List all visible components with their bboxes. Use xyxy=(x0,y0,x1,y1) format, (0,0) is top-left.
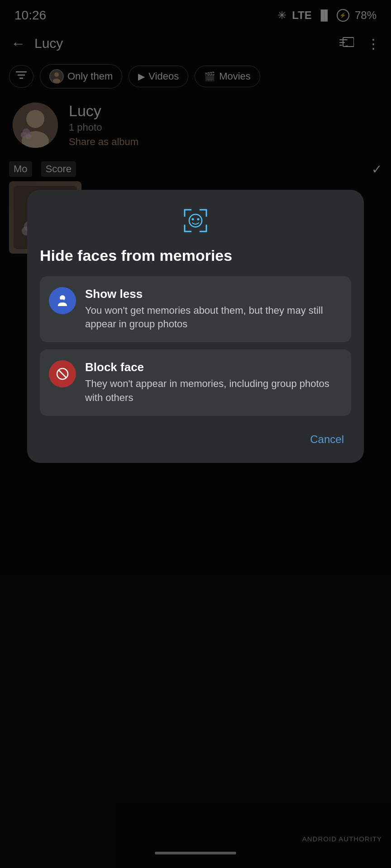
dialog-icon-row xyxy=(40,206,351,237)
face-detect-icon xyxy=(181,206,210,237)
show-less-content: Show less You won't get memories about t… xyxy=(85,287,342,332)
block-face-option[interactable]: Block face They won't appear in memories… xyxy=(40,349,351,416)
show-less-description: You won't get memories about them, but t… xyxy=(85,304,342,332)
svg-rect-27 xyxy=(59,299,64,301)
show-less-icon xyxy=(49,287,76,314)
svg-point-24 xyxy=(192,218,194,221)
svg-point-25 xyxy=(197,218,200,221)
block-face-content: Block face They won't appear in memories… xyxy=(85,360,342,405)
block-face-icon xyxy=(49,360,76,387)
block-face-description: They won't appear in memories, including… xyxy=(85,377,342,405)
dialog-title: Hide faces from memories xyxy=(40,246,351,265)
dialog-actions: Cancel xyxy=(40,425,351,450)
hide-faces-dialog: Hide faces from memories Show less You w… xyxy=(27,190,364,463)
svg-line-29 xyxy=(58,370,67,378)
show-less-option[interactable]: Show less You won't get memories about t… xyxy=(40,276,351,343)
show-less-title: Show less xyxy=(85,287,342,301)
cancel-button[interactable]: Cancel xyxy=(303,429,351,450)
block-face-title: Block face xyxy=(85,360,342,374)
svg-point-23 xyxy=(189,214,202,227)
